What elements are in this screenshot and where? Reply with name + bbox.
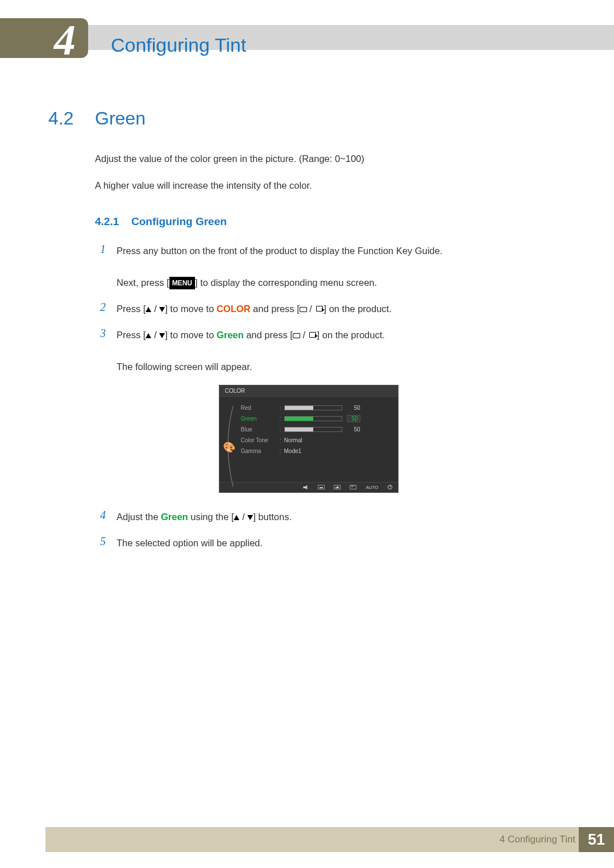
- menu-button-label: MENU: [169, 277, 195, 289]
- osd-row-green: Green : 50: [241, 413, 392, 424]
- osd-value: 50: [347, 415, 360, 422]
- step-number: 2: [95, 301, 111, 317]
- footer-bar: 4 Configuring Tint 51: [45, 827, 614, 852]
- page-footer: 4 Configuring Tint 51: [0, 827, 614, 852]
- step-number: 3: [95, 327, 111, 375]
- chapter-title: Configuring Tint: [111, 34, 246, 56]
- osd-row-colortone: Color Tone : Normal: [241, 435, 392, 446]
- down-arrow-icon: [247, 515, 253, 520]
- t: Press [: [117, 330, 146, 340]
- osd-label: Blue: [241, 426, 280, 433]
- osd-option: Normal: [284, 437, 302, 443]
- osd-slider: [284, 405, 342, 410]
- step-text: The selected option will be applied.: [117, 535, 569, 551]
- return-icon: [350, 485, 356, 489]
- osd-slider: [284, 427, 342, 432]
- osd-title: COLOR: [219, 385, 398, 397]
- t: ] buttons.: [253, 512, 292, 522]
- osd-slider: [284, 416, 342, 421]
- chapter-header: 4 Configuring Tint: [0, 18, 614, 58]
- down-arrow-icon: [159, 307, 165, 312]
- page-number: 51: [588, 831, 605, 849]
- header-gray-bar: [0, 25, 614, 50]
- osd-option: Mode1: [284, 448, 302, 454]
- osd-left-curve: 🎨: [219, 397, 239, 482]
- step-4: 4 Adjust the Green using the [ / ] butto…: [95, 509, 569, 525]
- color-highlight: COLOR: [217, 304, 251, 314]
- step-number: 5: [95, 535, 111, 551]
- enter-icon: [300, 307, 307, 312]
- t: using the [: [188, 512, 234, 522]
- intro-paragraph-2: A higher value will increase the intensi…: [95, 178, 569, 193]
- subsection-title: Configuring Green: [131, 215, 227, 228]
- step-text: Press [ / ] to move to COLOR and press […: [117, 301, 569, 317]
- minus-icon: [318, 485, 325, 489]
- page-content: 4.2 Green Adjust the value of the color …: [48, 108, 569, 561]
- t: ] to move to: [165, 304, 217, 314]
- t: Adjust the: [117, 512, 161, 522]
- power-icon: [388, 485, 392, 489]
- step-list: 1 Press any button on the front of the p…: [95, 243, 569, 375]
- subsection-number: 4.2.1: [95, 215, 131, 228]
- green-highlight: Green: [161, 512, 188, 522]
- step-text: Adjust the Green using the [ / ] buttons…: [117, 509, 569, 525]
- section-number: 4.2: [48, 108, 95, 129]
- step1-line1: Press any button on the front of the pro…: [117, 246, 442, 256]
- section-title: Green: [95, 108, 146, 129]
- step-list-cont: 4 Adjust the Green using the [ / ] butto…: [95, 509, 569, 551]
- step3-follow: The following screen will appear.: [117, 362, 252, 372]
- step-text: Press any button on the front of the pro…: [117, 243, 569, 290]
- t: and press [: [251, 304, 300, 314]
- source-icon: [308, 332, 317, 339]
- step-number: 4: [95, 509, 111, 525]
- footer-page-box: 51: [579, 827, 614, 852]
- osd-footer: AUTO: [219, 482, 398, 492]
- osd-row-red: Red : 50: [241, 402, 392, 413]
- step1-next-post: ] to display the corresponding menu scre…: [195, 277, 377, 288]
- t: and press [: [244, 330, 293, 340]
- step-1: 1 Press any button on the front of the p…: [95, 243, 569, 290]
- osd-value: 50: [347, 426, 360, 433]
- chapter-number: 4: [54, 15, 76, 65]
- down-arrow-icon: [159, 333, 165, 338]
- up-arrow-icon: [146, 333, 151, 338]
- step-5: 5 The selected option will be applied.: [95, 535, 569, 551]
- t: ] on the product.: [324, 304, 392, 314]
- auto-label: AUTO: [366, 485, 378, 490]
- osd-row-gamma: Gamma : Mode1: [241, 446, 392, 456]
- volume-icon: [303, 485, 309, 489]
- osd-row-blue: Blue : 50: [241, 424, 392, 435]
- step-text: Press [ / ] to move to Green and press […: [117, 327, 569, 375]
- osd-screenshot: COLOR 🎨 Red : 50 Green : 50: [219, 385, 399, 493]
- osd-label: Color Tone: [241, 437, 280, 443]
- plus-icon: [334, 485, 341, 489]
- source-icon: [315, 306, 324, 313]
- intro-paragraph-1: Adjust the value of the color green in t…: [95, 152, 569, 166]
- osd-label: Green: [241, 416, 280, 422]
- footer-chapter-text: 4 Configuring Tint: [500, 834, 575, 845]
- section-heading: 4.2 Green: [48, 108, 569, 129]
- osd-label: Gamma: [241, 448, 280, 454]
- up-arrow-icon: [146, 307, 151, 312]
- t: ] on the product.: [317, 330, 385, 340]
- green-highlight: Green: [217, 330, 244, 340]
- step-number: 1: [95, 243, 111, 290]
- up-arrow-icon: [234, 515, 239, 520]
- enter-icon: [293, 333, 300, 338]
- subsection-heading: 4.2.1 Configuring Green: [95, 215, 569, 228]
- osd-value: 50: [347, 405, 360, 411]
- step1-next-pre: Next, press [: [117, 277, 169, 288]
- t: ] to move to: [165, 330, 217, 340]
- palette-icon: 🎨: [223, 441, 235, 454]
- step-2: 2 Press [ / ] to move to COLOR and press…: [95, 301, 569, 317]
- osd-label: Red: [241, 405, 280, 411]
- t: Press [: [117, 304, 146, 314]
- step-3: 3 Press [ / ] to move to Green and press…: [95, 327, 569, 375]
